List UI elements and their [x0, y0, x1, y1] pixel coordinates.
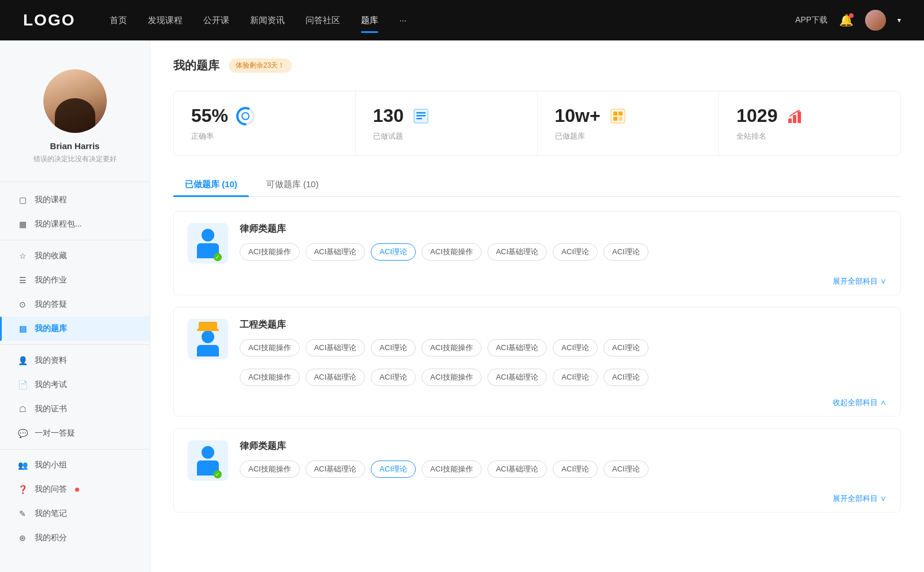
sidebar-item-homework[interactable]: ☰ 我的作业 — [0, 268, 150, 292]
expand-button-1[interactable]: 展开全部科目 ∨ — [833, 276, 886, 287]
sidebar-label-points: 我的积分 — [35, 533, 67, 543]
expand-button-3[interactable]: 展开全部科目 ∨ — [833, 493, 886, 504]
stat-ranking-label: 全站排名 — [736, 131, 883, 142]
qbank-tags-1: ACI技能操作 ACI基础理论 ACI理论 ACI技能操作 ACI基础理论 AC… — [240, 243, 886, 261]
qbank-tag-2-r2-2[interactable]: ACI理论 — [371, 369, 416, 386]
qbank-footer-3: 展开全部科目 ∨ — [174, 490, 900, 512]
nav-more[interactable]: ··· — [399, 13, 407, 28]
svg-rect-10 — [613, 117, 617, 121]
stat-questions-label: 已做试题 — [373, 131, 520, 142]
profile-icon: 👤 — [17, 355, 28, 366]
trial-badge: 体验剩余23天！ — [229, 58, 292, 73]
qbank-tag-1-6[interactable]: ACI理论 — [603, 243, 649, 261]
tab-available-banks[interactable]: 可做题库 (10) — [255, 173, 330, 196]
stat-banks: 10w+ 已做题库 — [538, 91, 720, 155]
main-layout: Brian Harris 错误的决定比没有决定要好 ▢ 我的课程 ▦ 我的课程包… — [0, 40, 924, 572]
stat-questions-value: 130 — [373, 105, 404, 127]
tab-done-banks[interactable]: 已做题库 (10) — [173, 173, 249, 196]
svg-rect-13 — [793, 115, 796, 123]
qbank-tag-1-3[interactable]: ACI技能操作 — [422, 243, 482, 261]
chat-icon: 💬 — [17, 428, 28, 439]
qbank-tag-1-1[interactable]: ACI基础理论 — [305, 243, 366, 261]
nav-news[interactable]: 新闻资讯 — [250, 13, 285, 28]
qbank-tag-2-1[interactable]: ACI基础理论 — [305, 339, 366, 356]
qbank-tag-3-3[interactable]: ACI技能操作 — [422, 460, 482, 478]
nav-open-course[interactable]: 公开课 — [203, 13, 229, 28]
qbank-card-engineer: 工程类题库 ACI技能操作 ACI基础理论 ACI理论 ACI技能操作 ACI基… — [173, 307, 901, 417]
sidebar-item-course-packages[interactable]: ▦ 我的课程包... — [0, 212, 150, 236]
sidebar-label-certificate: 我的证书 — [35, 404, 67, 414]
app-download-button[interactable]: APP下载 — [795, 15, 828, 25]
profile-avatar[interactable] — [43, 69, 107, 133]
qbank-tag-2-r2-5[interactable]: ACI理论 — [553, 369, 598, 386]
banks-icon — [608, 106, 628, 127]
notification-bell[interactable]: 🔔 — [839, 13, 854, 27]
qbank-tag-3-2[interactable]: ACI理论 — [371, 460, 416, 478]
qbank-tag-2-5[interactable]: ACI理论 — [553, 339, 598, 356]
qbank-tag-2-r2-3[interactable]: ACI技能操作 — [422, 369, 482, 386]
qbank-tag-3-1[interactable]: ACI基础理论 — [305, 460, 366, 478]
qbank-tag-3-4[interactable]: ACI基础理论 — [487, 460, 547, 478]
qbank-tag-2-r2-0[interactable]: ACI技能操作 — [240, 369, 300, 386]
sidebar-item-my-qa[interactable]: ❓ 我的问答 — [0, 477, 150, 502]
qa-icon: ⊙ — [17, 299, 28, 310]
nav-right-area: APP下载 🔔 ▾ — [795, 10, 901, 31]
nav-links: 首页 发现课程 公开课 新闻资讯 问答社区 题库 ··· — [110, 13, 795, 28]
avatar-dropdown-icon[interactable]: ▾ — [897, 16, 901, 24]
stat-ranking-value: 1029 — [736, 105, 777, 127]
nav-qbank[interactable]: 题库 — [361, 13, 378, 28]
sidebar-item-certificate[interactable]: ☖ 我的证书 — [0, 397, 150, 421]
qbank-tag-1-2[interactable]: ACI理论 — [371, 243, 416, 261]
stat-banks-value: 10w+ — [555, 105, 601, 127]
sidebar-item-exam[interactable]: 📄 我的考试 — [0, 373, 150, 397]
qbank-tag-3-6[interactable]: ACI理论 — [603, 460, 649, 478]
sidebar-item-groups[interactable]: 👥 我的小组 — [0, 453, 150, 477]
sidebar-item-qbank[interactable]: ▤ 我的题库 — [0, 317, 150, 341]
qbank-icon-lawyer-2: ✓ — [188, 440, 228, 481]
qbank-tag-3-0[interactable]: ACI技能操作 — [240, 460, 300, 478]
logo[interactable]: LOGO — [23, 11, 75, 29]
user-avatar[interactable] — [865, 10, 886, 31]
qbank-tag-2-r2-4[interactable]: ACI基础理论 — [487, 369, 547, 386]
sidebar-label-one-on-one: 一对一答疑 — [35, 428, 75, 439]
qbank-tag-3-5[interactable]: ACI理论 — [553, 460, 598, 478]
svg-rect-8 — [613, 112, 617, 116]
qbank-tag-1-5[interactable]: ACI理论 — [553, 243, 598, 261]
nav-qa[interactable]: 问答社区 — [305, 13, 340, 28]
sidebar-item-profile[interactable]: 👤 我的资料 — [0, 348, 150, 373]
sidebar-label-notes: 我的笔记 — [35, 508, 67, 519]
sidebar-label-exam: 我的考试 — [35, 380, 67, 390]
qbank-icon-engineer — [188, 319, 228, 359]
qbank-footer-1: 展开全部科目 ∨ — [174, 273, 900, 295]
qbank-title-1: 律师类题库 — [240, 223, 886, 235]
qbank-tags-row2: ACI技能操作 ACI基础理论 ACI理论 ACI技能操作 ACI基础理论 AC… — [174, 369, 900, 394]
qbank-card-lawyer-2: ✓ 律师类题库 ACI技能操作 ACI基础理论 ACI理论 ACI技能操作 AC… — [173, 428, 901, 512]
qbank-card-header-1: ✓ 律师类题库 ACI技能操作 ACI基础理论 ACI理论 ACI技能操作 AC… — [174, 211, 900, 273]
qbank-tag-2-3[interactable]: ACI技能操作 — [422, 339, 482, 356]
qbank-tag-1-0[interactable]: ACI技能操作 — [240, 243, 300, 261]
qbank-tag-2-0[interactable]: ACI技能操作 — [240, 339, 300, 356]
stat-questions: 130 已做试题 — [356, 91, 538, 155]
collapse-button-2[interactable]: 收起全部科目 ∧ — [833, 398, 886, 408]
sidebar-item-one-on-one[interactable]: 💬 一对一答疑 — [0, 421, 150, 445]
sidebar-item-qa[interactable]: ⊙ 我的答疑 — [0, 292, 150, 317]
sidebar-label-homework: 我的作业 — [35, 275, 67, 285]
nav-home[interactable]: 首页 — [110, 13, 127, 28]
qa-badge — [75, 488, 79, 492]
sidebar-item-notes[interactable]: ✎ 我的笔记 — [0, 502, 150, 526]
notification-dot — [849, 13, 854, 18]
homework-icon: ☰ — [17, 275, 28, 285]
ranking-icon — [784, 106, 805, 127]
qbank-tag-2-r2-6[interactable]: ACI理论 — [603, 369, 649, 386]
sidebar-item-my-courses[interactable]: ▢ 我的课程 — [0, 188, 150, 212]
qbank-tag-2-2[interactable]: ACI理论 — [371, 339, 416, 356]
qbank-tag-2-4[interactable]: ACI基础理论 — [487, 339, 547, 356]
qbank-tag-1-4[interactable]: ACI基础理论 — [487, 243, 547, 261]
qbank-tag-2-6[interactable]: ACI理论 — [603, 339, 649, 356]
nav-discover[interactable]: 发现课程 — [148, 13, 182, 28]
profile-avatar-image — [43, 69, 107, 133]
qbank-tag-2-r2-1[interactable]: ACI基础理论 — [305, 369, 366, 386]
sidebar-item-points[interactable]: ⊛ 我的积分 — [0, 526, 150, 550]
svg-rect-11 — [619, 117, 623, 121]
sidebar-item-favorites[interactable]: ☆ 我的收藏 — [0, 244, 150, 268]
